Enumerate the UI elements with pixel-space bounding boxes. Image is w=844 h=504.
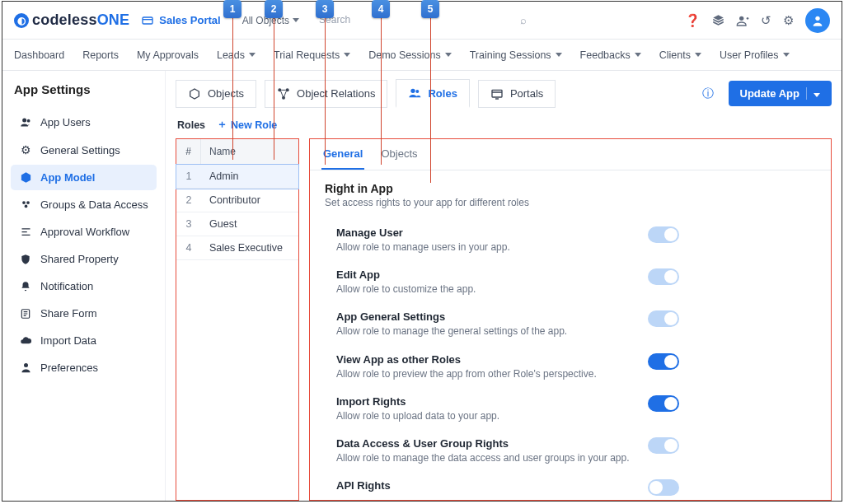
permission-title: API Rights <box>336 479 635 492</box>
update-app-dropdown[interactable] <box>806 87 820 100</box>
new-role-label: New Role <box>231 119 277 131</box>
permission-toggle[interactable] <box>648 226 679 243</box>
help-icon[interactable]: ❓ <box>685 13 701 28</box>
svg-point-3 <box>22 119 26 123</box>
permission-title: App General Settings <box>336 310 635 323</box>
permission-row: Import RightsAllow role to upload data t… <box>325 389 679 431</box>
sidebar-item-shared-property[interactable]: Shared Property <box>11 246 157 272</box>
logo[interactable]: ◐ codelessONE <box>14 12 129 29</box>
role-index: 1 <box>176 165 201 188</box>
nav-item-reports[interactable]: Reports <box>82 49 119 61</box>
permission-title: Import Rights <box>336 395 635 408</box>
col-index: # <box>176 139 201 164</box>
sidebar-item-approval-workflow[interactable]: Approval Workflow <box>11 219 157 245</box>
permission-title: Edit App <box>336 268 635 281</box>
role-index: 4 <box>176 236 201 259</box>
permission-toggle[interactable] <box>648 268 679 285</box>
info-icon[interactable]: ⓘ <box>702 86 714 101</box>
permission-toggle[interactable] <box>648 479 679 496</box>
rights-subtitle: Set access rights to your app for differ… <box>325 197 816 208</box>
role-row[interactable]: 2Contributor <box>176 189 298 212</box>
search-icon[interactable]: ⌕ <box>520 14 527 26</box>
nav-item-my-approvals[interactable]: My Approvals <box>137 49 199 61</box>
svg-rect-0 <box>143 17 152 24</box>
role-index: 3 <box>176 212 201 236</box>
tab-objects[interactable]: Objects <box>176 80 256 108</box>
logo-text: codeless <box>32 12 97 29</box>
group-icon <box>19 198 32 211</box>
svg-rect-15 <box>492 90 502 97</box>
stack-icon[interactable] <box>712 14 724 26</box>
inner-tab-objects[interactable]: Objects <box>379 139 419 170</box>
sidebar-title: App Settings <box>11 82 157 96</box>
role-row[interactable]: 4Sales Executive <box>176 236 298 260</box>
svg-point-14 <box>416 90 420 93</box>
svg-point-7 <box>24 205 27 208</box>
permission-toggle[interactable] <box>648 437 679 454</box>
permission-desc: Allow role to customize the app. <box>336 282 635 296</box>
tab-objects-label: Objects <box>208 87 244 100</box>
roles-table-header: # Name <box>176 139 298 165</box>
update-app-button[interactable]: Update App <box>729 81 832 106</box>
caret-down-icon <box>695 53 701 57</box>
permission-toggle[interactable] <box>648 310 679 327</box>
gear-icon: ⚙ <box>19 143 32 156</box>
cube-icon <box>188 87 201 100</box>
callout-line-3 <box>325 18 326 165</box>
tab-object-relations[interactable]: Object Relations <box>265 80 387 108</box>
settings-gear-icon[interactable]: ⚙ <box>783 13 794 28</box>
roles-table: # Name 1Admin2Contributor3Guest4Sales Ex… <box>176 138 299 501</box>
tab-portals[interactable]: Portals <box>478 80 556 108</box>
sidebar-item-groups-data-access[interactable]: Groups & Data Access <box>11 192 157 217</box>
form-icon <box>19 308 32 320</box>
rights-scroll[interactable]: Right in App Set access rights to your a… <box>310 170 831 500</box>
nav-item-leads[interactable]: Leads <box>217 49 256 61</box>
role-row[interactable]: 3Guest <box>176 212 298 236</box>
role-name: Admin <box>201 165 298 188</box>
caret-down-icon <box>445 53 452 57</box>
rights-panel: General Objects Right in App Set access … <box>309 138 832 501</box>
portal-chip[interactable]: Sales Portal <box>141 14 220 27</box>
sidebar-item-notification[interactable]: Notification <box>11 273 157 299</box>
bell-icon <box>19 281 32 292</box>
nav-item-clients[interactable]: Clients <box>659 49 701 61</box>
caret-down-icon <box>556 53 562 57</box>
role-row[interactable]: 1Admin <box>176 165 298 189</box>
cube-icon <box>19 171 32 184</box>
new-role-button[interactable]: ＋ New Role <box>217 118 277 132</box>
tab-relations-label: Object Relations <box>297 87 375 100</box>
nav-item-feedbacks[interactable]: Feedbacks <box>580 49 641 61</box>
svg-point-12 <box>282 96 285 99</box>
sidebar-item-label: Share Form <box>40 307 97 320</box>
permission-desc: Allow role to manage the data access and… <box>336 451 635 464</box>
avatar[interactable] <box>805 8 830 33</box>
inner-tab-general[interactable]: General <box>321 139 364 170</box>
sidebar-item-share-form[interactable]: Share Form <box>11 301 157 326</box>
sidebar-item-app-users[interactable]: App Users <box>11 110 157 135</box>
sidebar-item-import-data[interactable]: Import Data <box>11 328 157 353</box>
sidebar-item-app-model[interactable]: App Model <box>11 165 157 190</box>
main: Objects Object Relations Roles Portals ⓘ <box>166 71 842 501</box>
sidebar-item-general-settings[interactable]: ⚙General Settings <box>11 137 157 163</box>
sidebar-item-label: Preferences <box>40 362 98 374</box>
permission-toggle[interactable] <box>648 395 679 412</box>
history-icon[interactable]: ↺ <box>761 13 771 28</box>
nav-item-training-sessions[interactable]: Training Sessions <box>470 49 562 61</box>
svg-point-5 <box>22 201 26 204</box>
sidebar-item-preferences[interactable]: Preferences <box>11 355 157 380</box>
shield-icon <box>19 254 32 265</box>
nav-item-user-profiles[interactable]: User Profiles <box>720 49 790 61</box>
permission-title: Data Access & User Group Rights <box>336 437 635 450</box>
add-user-icon[interactable] <box>736 14 749 27</box>
caret-down-icon <box>783 53 790 57</box>
callout-line-2 <box>274 18 274 160</box>
nav-item-dashboard[interactable]: Dashboard <box>14 49 64 61</box>
permission-title: View App as other Roles <box>336 353 635 366</box>
permission-desc: Allow role to preview the app from other… <box>336 367 635 380</box>
nav-item-trial-requests[interactable]: Trial Requests <box>274 49 350 61</box>
pref-icon <box>19 362 32 374</box>
tab-roles[interactable]: Roles <box>396 79 469 108</box>
permission-toggle[interactable] <box>648 353 679 370</box>
col-name: Name <box>201 139 298 164</box>
permission-row: Data Access & User Group RightsAllow rol… <box>325 431 679 473</box>
